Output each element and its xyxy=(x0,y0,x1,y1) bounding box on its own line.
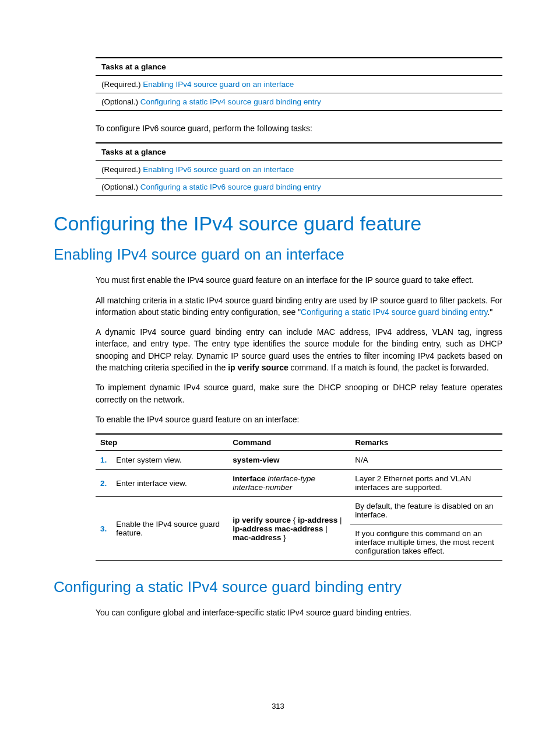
table-row: 3. Enable the IPv4 source guard feature.… xyxy=(96,497,502,561)
cmd-part: | xyxy=(323,524,328,533)
link-static-ipv4[interactable]: Configuring a static IPv4 source guard b… xyxy=(140,97,321,106)
table-row: (Required.) Enabling IPv6 source guard o… xyxy=(96,161,502,178)
paragraph: You can configure global and interface-s… xyxy=(96,607,502,618)
command-text: ip verify source xyxy=(228,363,288,372)
step-remark: N/A xyxy=(350,451,502,470)
step-desc: Enable the IPv4 source guard feature. xyxy=(111,497,228,561)
col-step: Step xyxy=(96,434,228,451)
cmd-part: ip-address xyxy=(298,516,337,524)
cmd-part: | xyxy=(337,516,342,524)
step-desc: Enter system view. xyxy=(111,451,228,470)
paragraph: To implement dynamic IPv4 source guard, … xyxy=(96,382,502,405)
step-command: interface interface-type interface-numbe… xyxy=(228,470,350,497)
intro-ipv6: To configure IPv6 source guard, perform … xyxy=(96,123,502,134)
cmd-part: ip verify source xyxy=(233,516,291,524)
step-remark: Layer 2 Ethernet ports and VLAN interfac… xyxy=(350,470,502,497)
link-enable-ipv6[interactable]: Enabling IPv6 source guard on an interfa… xyxy=(143,165,294,174)
page-number: 313 xyxy=(0,702,556,710)
paragraph: A dynamic IPv4 source guard binding entr… xyxy=(96,326,502,373)
paragraph: To enable the IPv4 source guard feature … xyxy=(96,414,502,425)
heading-enabling-ipv4: Enabling IPv4 source guard on an interfa… xyxy=(54,246,502,264)
row-prefix: (Required.) xyxy=(101,165,143,174)
remark-part1: By default, the feature is disabled on a… xyxy=(350,497,502,524)
heading-static-ipv4-entry: Configuring a static IPv4 source guard b… xyxy=(54,578,502,596)
cmd-part: ip-address mac-address xyxy=(233,524,323,533)
paragraph: All matching criteria in a static IPv4 s… xyxy=(96,295,502,318)
step-number: 3. xyxy=(96,497,111,561)
heading-configuring-ipv4: Configuring the IPv4 source guard featur… xyxy=(54,212,502,235)
step-command: ip verify source { ip-address | ip-addre… xyxy=(228,497,350,561)
cmd-part: } xyxy=(281,533,286,542)
tasks-table-ipv4: Tasks at a glance (Required.) Enabling I… xyxy=(96,57,502,111)
cmd-bold: interface xyxy=(233,474,265,483)
text: ." xyxy=(487,307,492,317)
table-row: 2. Enter interface view. interface inter… xyxy=(96,470,502,497)
table-header: Tasks at a glance xyxy=(96,143,502,161)
step-remark-split: By default, the feature is disabled on a… xyxy=(350,497,502,561)
row-prefix: (Required.) xyxy=(101,80,143,89)
link-enable-ipv4[interactable]: Enabling IPv4 source guard on an interfa… xyxy=(143,80,294,89)
paragraph: You must first enable the IPv4 source gu… xyxy=(96,274,502,286)
cmd-part: mac-address xyxy=(233,533,281,542)
step-command: system-view xyxy=(228,451,350,470)
link-static-ipv4-inline[interactable]: Configuring a static IPv4 source guard b… xyxy=(301,307,487,317)
table-row: 1. Enter system view. system-view N/A xyxy=(96,451,502,470)
step-number: 2. xyxy=(96,470,111,497)
cmd-part: { xyxy=(291,516,298,524)
tasks-table-ipv6: Tasks at a glance (Required.) Enabling I… xyxy=(96,142,502,196)
link-static-ipv6[interactable]: Configuring a static IPv6 source guard b… xyxy=(140,183,321,191)
step-desc: Enter interface view. xyxy=(111,470,228,497)
remark-part2: If you configure this command on an inte… xyxy=(350,524,502,560)
table-header: Tasks at a glance xyxy=(96,58,502,76)
table-row: (Optional.) Configuring a static IPv6 so… xyxy=(96,178,502,196)
col-remarks: Remarks xyxy=(350,434,502,451)
col-command: Command xyxy=(228,434,350,451)
table-row: (Required.) Enabling IPv4 source guard o… xyxy=(96,76,502,93)
table-row: (Optional.) Configuring a static IPv4 so… xyxy=(96,93,502,111)
text: command. If a match is found, the packet… xyxy=(288,363,489,372)
steps-table: Step Command Remarks 1. Enter system vie… xyxy=(96,433,502,561)
row-prefix: (Optional.) xyxy=(101,183,140,191)
step-number: 1. xyxy=(96,451,111,470)
row-prefix: (Optional.) xyxy=(101,97,140,106)
